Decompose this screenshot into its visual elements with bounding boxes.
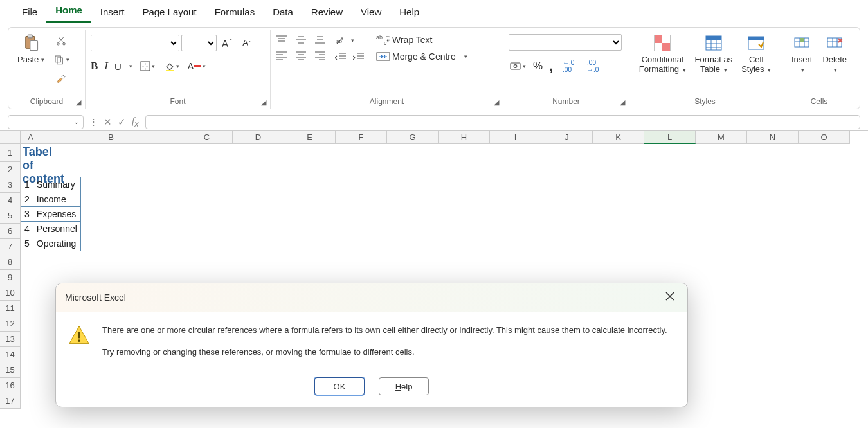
column-header-A[interactable]: A <box>21 131 41 144</box>
table-row[interactable]: 1Summary <box>21 177 81 192</box>
row-header-17[interactable]: 17 <box>0 393 21 409</box>
name-box[interactable]: ⌄ <box>8 115 84 129</box>
column-header-D[interactable]: D <box>233 131 284 144</box>
italic-button[interactable]: I <box>104 60 108 73</box>
menu-insert[interactable]: Insert <box>91 3 134 21</box>
decrease-decimal-button[interactable]: .00→.0 <box>584 57 602 75</box>
column-header-M[interactable]: M <box>696 131 747 144</box>
table-row[interactable]: 4Personnel <box>21 222 81 236</box>
insert-cells-button[interactable]: Insert▾ <box>788 31 817 76</box>
menu-help[interactable]: Help <box>390 3 428 21</box>
column-header-I[interactable]: I <box>490 131 541 144</box>
row-header-12[interactable]: 12 <box>0 316 21 332</box>
increase-indent-icon[interactable] <box>353 52 365 61</box>
row-header-5[interactable]: 5 <box>0 208 21 224</box>
column-header-E[interactable]: E <box>284 131 336 144</box>
number-format-combo[interactable] <box>509 34 622 51</box>
font-color-button[interactable]: A▾ <box>188 57 206 75</box>
font-name-combo[interactable] <box>91 35 179 51</box>
row-header-15[interactable]: 15 <box>0 362 21 378</box>
toc-number[interactable]: 2 <box>21 192 33 207</box>
cancel-formula-icon[interactable]: ✕ <box>104 116 112 128</box>
column-header-J[interactable]: J <box>541 131 593 144</box>
decrease-font-button[interactable]: A⌄ <box>239 34 257 52</box>
wrap-text-button[interactable]: abc Wrap Text <box>376 34 467 46</box>
column-header-K[interactable]: K <box>593 131 644 144</box>
menu-review[interactable]: Review <box>302 3 352 21</box>
row-header-11[interactable]: 11 <box>0 301 21 316</box>
decrease-indent-icon[interactable] <box>335 52 347 61</box>
comma-button[interactable]: , <box>549 62 553 70</box>
column-header-F[interactable]: F <box>336 131 387 144</box>
column-header-O[interactable]: O <box>799 131 850 144</box>
align-left-icon[interactable] <box>276 51 287 60</box>
conditional-formatting-button[interactable]: ConditionalFormatting ▾ <box>635 31 690 76</box>
toc-number[interactable]: 3 <box>21 207 33 222</box>
table-row[interactable]: 2Income <box>21 192 81 207</box>
align-center-icon[interactable] <box>295 51 307 60</box>
row-header-8[interactable]: 8 <box>0 254 21 270</box>
row-header-10[interactable]: 10 <box>0 285 21 301</box>
cell-styles-button[interactable]: CellStyles ▾ <box>737 31 775 76</box>
format-as-table-button[interactable]: Format asTable ▾ <box>691 31 737 76</box>
row-header-9[interactable]: 9 <box>0 270 21 285</box>
menu-home[interactable]: Home <box>46 1 91 23</box>
increase-font-button[interactable]: A⌃ <box>219 34 237 52</box>
column-header-C[interactable]: C <box>181 131 233 144</box>
select-all-corner[interactable] <box>0 131 21 144</box>
clipboard-launcher[interactable]: ◢ <box>76 98 81 107</box>
orientation-icon[interactable]: ab <box>335 35 348 46</box>
copy-button[interactable]: ▾ <box>52 51 70 69</box>
toc-text[interactable]: Operating <box>33 236 80 251</box>
menu-data[interactable]: Data <box>264 3 302 21</box>
menu-page-layout[interactable]: Page Layout <box>133 3 205 21</box>
row-header-14[interactable]: 14 <box>0 347 21 362</box>
toc-text[interactable]: Summary <box>33 177 80 192</box>
bold-button[interactable]: B <box>91 60 98 73</box>
help-button[interactable]: Help <box>379 377 429 395</box>
row-header-16[interactable]: 16 <box>0 378 21 393</box>
delete-cells-button[interactable]: Delete▾ <box>818 31 851 76</box>
toc-number[interactable]: 4 <box>21 222 33 236</box>
menu-file[interactable]: File <box>13 3 46 21</box>
row-header-6[interactable]: 6 <box>0 224 21 239</box>
row-header-4[interactable]: 4 <box>0 193 21 208</box>
currency-button[interactable]: ▾ <box>509 57 527 75</box>
font-size-combo[interactable] <box>181 35 217 51</box>
underline-button[interactable]: U <box>114 61 122 72</box>
align-top-icon[interactable] <box>276 35 287 44</box>
alignment-launcher[interactable]: ◢ <box>494 98 499 107</box>
toc-text[interactable]: Income <box>33 192 80 207</box>
increase-decimal-button[interactable]: ←.0.00 <box>559 57 577 75</box>
accept-formula-icon[interactable]: ✓ <box>118 116 126 128</box>
menu-formulas[interactable]: Formulas <box>206 3 264 21</box>
percent-button[interactable]: % <box>533 60 543 73</box>
ok-button[interactable]: OK <box>314 377 365 395</box>
align-right-icon[interactable] <box>314 51 326 60</box>
number-launcher[interactable]: ◢ <box>620 98 625 107</box>
toc-number[interactable]: 5 <box>21 236 33 251</box>
formula-input[interactable] <box>145 115 860 129</box>
toc-number[interactable]: 1 <box>21 177 33 192</box>
font-launcher[interactable]: ◢ <box>261 98 266 107</box>
cut-button[interactable] <box>52 31 70 49</box>
row-header-2[interactable]: 2 <box>0 162 21 177</box>
fill-color-button[interactable]: ▾ <box>163 57 181 75</box>
toc-text[interactable]: Expenses <box>33 207 80 222</box>
column-header-G[interactable]: G <box>387 131 439 144</box>
fx-icon[interactable]: fx <box>132 116 138 129</box>
row-header-7[interactable]: 7 <box>0 239 21 254</box>
menu-view[interactable]: View <box>352 3 390 21</box>
align-bottom-icon[interactable] <box>314 35 326 44</box>
borders-button[interactable]: ▾ <box>139 57 157 75</box>
column-header-H[interactable]: H <box>439 131 490 144</box>
align-middle-icon[interactable] <box>295 35 307 44</box>
row-header-3[interactable]: 3 <box>0 177 21 193</box>
paste-button[interactable]: Paste▾ <box>14 31 48 67</box>
column-header-N[interactable]: N <box>747 131 799 144</box>
table-row[interactable]: 5Operating <box>21 236 81 251</box>
dialog-close-button[interactable] <box>662 290 678 305</box>
column-header-B[interactable]: B <box>41 131 181 144</box>
more-icon[interactable]: ⋮ <box>89 117 98 127</box>
row-header-1[interactable]: 1 <box>0 144 21 162</box>
